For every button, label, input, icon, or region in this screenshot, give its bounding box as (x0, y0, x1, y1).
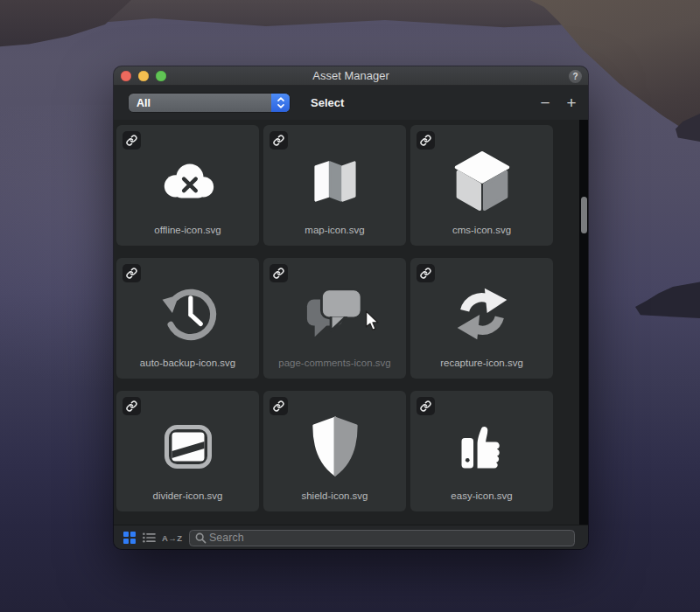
asset-cell-map[interactable]: map-icon.svg (263, 125, 406, 246)
speech-bubbles-icon (263, 277, 406, 351)
asset-filename: auto-backup-icon.svg (116, 358, 259, 368)
asset-filename: shield-icon.svg (263, 490, 406, 501)
filter-dropdown-value: All (129, 97, 271, 109)
folded-map-icon (263, 144, 406, 218)
asset-cell-auto-backup[interactable]: auto-backup-icon.svg (116, 258, 259, 379)
asset-filename: map-icon.svg (263, 225, 406, 235)
rock-islet (635, 278, 700, 318)
add-asset-button[interactable]: + (562, 93, 581, 114)
window-title: Asset Manager (114, 69, 588, 82)
divider-panel-icon (116, 410, 259, 483)
list-view-button[interactable] (142, 531, 156, 545)
asset-filename: page-comments-icon.svg (263, 358, 406, 368)
asset-manager-window: Asset Manager ? All Select − + (114, 66, 588, 549)
sort-alpha-button[interactable]: A→Z (162, 525, 183, 549)
asset-cell-shield[interactable]: shield-icon.svg (263, 391, 406, 511)
search-input[interactable] (209, 532, 569, 544)
select-button[interactable]: Select (311, 86, 344, 120)
footer-bar: A→Z (114, 525, 588, 549)
asset-filename: divider-icon.svg (116, 490, 259, 501)
clock-history-icon (116, 277, 259, 351)
shield-icon (263, 410, 406, 483)
grid-view-button[interactable] (122, 531, 136, 545)
asset-filename: easy-icon.svg (410, 490, 553, 501)
asset-cell-offline[interactable]: offline-icon.svg (116, 125, 259, 246)
asset-filename: cms-icon.svg (410, 225, 553, 235)
zoom-window-button[interactable] (156, 71, 166, 81)
scrollbar-track[interactable] (579, 120, 588, 525)
scrollbar-thumb[interactable] (581, 197, 587, 233)
thumbs-up-icon (410, 410, 553, 483)
asset-filename: offline-icon.svg (116, 225, 259, 235)
asset-cell-page-comments[interactable]: page-comments-icon.svg (263, 258, 406, 379)
search-field[interactable] (189, 530, 575, 546)
cube-icon (410, 144, 553, 218)
list-view-icon (143, 532, 156, 544)
mouse-cursor (365, 309, 381, 332)
asset-grid: offline-icon.svg map-icon.svg (114, 120, 588, 525)
grid-view-icon (123, 532, 136, 544)
close-window-button[interactable] (121, 71, 131, 81)
search-icon (195, 532, 206, 544)
sync-arrows-icon (410, 277, 553, 351)
toolbar: All Select − + (114, 86, 588, 120)
titlebar[interactable]: Asset Manager ? (114, 66, 588, 86)
remove-asset-button[interactable]: − (536, 93, 555, 114)
asset-cell-easy[interactable]: easy-icon.svg (410, 391, 553, 511)
asset-filename: recapture-icon.svg (410, 358, 553, 368)
asset-cell-recapture[interactable]: recapture-icon.svg (410, 258, 553, 379)
offline-cloud-x-icon (116, 144, 259, 218)
asset-cell-divider[interactable]: divider-icon.svg (116, 391, 259, 511)
help-button[interactable]: ? (569, 70, 582, 83)
minimize-window-button[interactable] (138, 71, 149, 81)
traffic-lights (121, 66, 166, 86)
filter-dropdown[interactable]: All (129, 94, 290, 112)
rock-left (0, 0, 131, 49)
asset-cell-cms[interactable]: cms-icon.svg (410, 125, 553, 246)
dropdown-stepper-icon (271, 94, 290, 112)
